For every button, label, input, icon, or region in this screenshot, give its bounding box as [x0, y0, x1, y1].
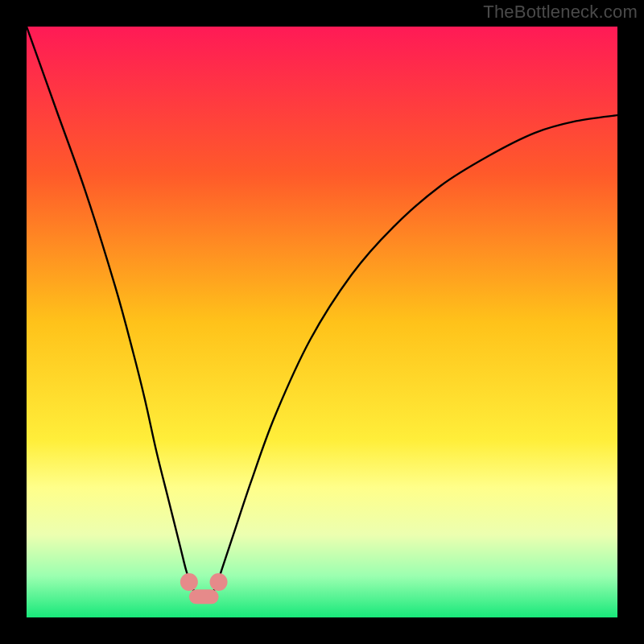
chart-svg	[27, 27, 617, 617]
chart-plot-area	[27, 27, 617, 617]
highlight-dot-0	[180, 573, 198, 591]
chart-background	[27, 27, 617, 617]
highlight-dot-1	[210, 573, 228, 591]
watermark-label: TheBottleneck.com	[483, 2, 638, 23]
highlight-band	[189, 589, 219, 604]
